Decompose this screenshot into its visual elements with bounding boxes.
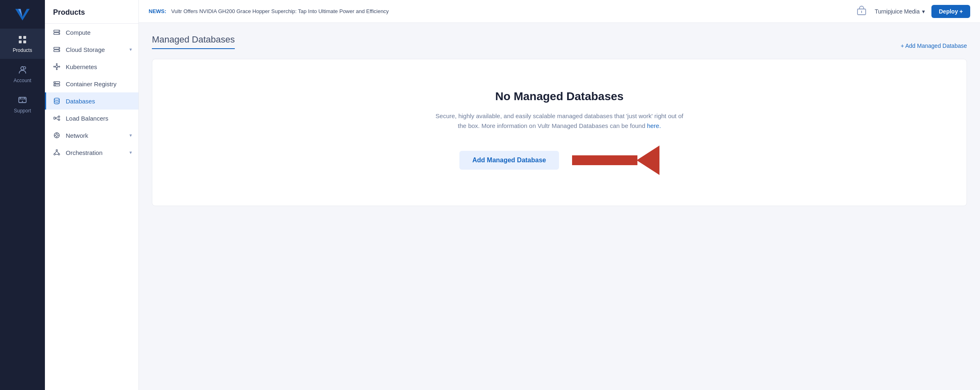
page-header: Managed Databases + Add Managed Database xyxy=(152,34,967,49)
load-balancers-icon xyxy=(53,114,61,122)
svg-rect-30 xyxy=(55,82,56,83)
vultr-logo xyxy=(13,5,31,23)
svg-point-39 xyxy=(56,134,58,136)
svg-rect-5 xyxy=(23,40,26,43)
promo-icon[interactable] xyxy=(855,5,868,18)
svg-point-19 xyxy=(56,65,58,67)
cloud-storage-chevron: ▾ xyxy=(129,47,132,52)
svg-rect-31 xyxy=(55,85,56,86)
nav-label-support: Support xyxy=(14,108,31,114)
svg-rect-35 xyxy=(58,119,60,121)
orchestration-chevron: ▾ xyxy=(129,150,132,155)
page-title-wrap: Managed Databases xyxy=(152,34,235,49)
network-icon xyxy=(53,131,61,139)
nav-label-account: Account xyxy=(13,78,31,83)
network-chevron: ▾ xyxy=(129,132,132,138)
svg-rect-3 xyxy=(23,36,26,39)
page-title: Managed Databases xyxy=(152,34,235,49)
sidebar-item-container-registry[interactable]: Container Registry xyxy=(45,75,138,92)
main-area: NEWS: Vultr Offers NVIDIA GH200 Grace Ho… xyxy=(139,0,980,390)
svg-marker-0 xyxy=(15,9,29,20)
svg-rect-4 xyxy=(19,40,22,43)
far-left-nav: Products ! Account Support xyxy=(0,0,45,390)
nav-item-products[interactable]: Products xyxy=(0,29,45,59)
compute-icon xyxy=(53,28,61,36)
sidebar-item-network[interactable]: Network ▾ xyxy=(45,127,138,144)
nav-item-account[interactable]: ! Account xyxy=(0,59,45,89)
svg-point-46 xyxy=(58,154,60,155)
content-area: Managed Databases + Add Managed Database… xyxy=(139,23,980,390)
sidebar-item-network-label: Network xyxy=(66,132,88,139)
sidebar-item-compute-label: Compute xyxy=(66,29,91,36)
arrow-head xyxy=(637,146,659,175)
svg-point-14 xyxy=(59,33,60,34)
nav-item-support[interactable]: Support xyxy=(0,89,45,119)
svg-point-21 xyxy=(56,69,58,70)
svg-rect-2 xyxy=(19,36,22,39)
svg-line-48 xyxy=(57,151,59,153)
kubernetes-icon xyxy=(53,63,61,71)
svg-line-36 xyxy=(55,117,58,118)
svg-point-32 xyxy=(54,98,60,100)
here-link[interactable]: here. xyxy=(647,122,661,129)
red-arrow xyxy=(572,146,659,175)
account-icon: ! xyxy=(17,65,28,75)
svg-rect-34 xyxy=(58,116,60,118)
cloud-storage-icon xyxy=(53,45,61,54)
svg-rect-33 xyxy=(54,117,56,119)
sidebar-item-cloud-storage[interactable]: Cloud Storage ▾ xyxy=(45,41,138,58)
empty-card: No Managed Databases Secure, highly avai… xyxy=(152,59,967,206)
arrow-body xyxy=(572,155,637,165)
nav-label-products: Products xyxy=(13,47,32,53)
sidebar-item-orchestration[interactable]: Orchestration ▾ xyxy=(45,144,138,161)
sidebar-item-load-balancers[interactable]: Load Balancers xyxy=(45,110,138,127)
sidebar-item-databases-label: Databases xyxy=(66,98,95,105)
svg-point-45 xyxy=(54,154,56,155)
sidebar-item-orchestration-label: Orchestration xyxy=(66,149,102,156)
svg-line-37 xyxy=(55,118,58,120)
orchestration-icon xyxy=(53,148,61,157)
account-chevron: ▾ xyxy=(922,8,925,15)
support-icon xyxy=(17,95,28,105)
sidebar-item-kubernetes-label: Kubernetes xyxy=(66,63,97,70)
sidebar-item-container-registry-label: Container Registry xyxy=(66,81,116,87)
svg-point-18 xyxy=(59,50,60,51)
sidebar-item-load-balancers-label: Load Balancers xyxy=(66,115,108,122)
databases-icon xyxy=(53,97,61,105)
second-sidebar: Products Compute Cloud Storage ▾ xyxy=(45,0,139,390)
sidebar-item-compute[interactable]: Compute xyxy=(45,24,138,41)
products-icon xyxy=(17,34,28,45)
account-name: Turnipjuice Media xyxy=(875,8,920,15)
add-managed-database-button[interactable]: Add Managed Database xyxy=(459,151,559,170)
add-db-btn-wrap: Add Managed Database xyxy=(459,146,659,175)
svg-point-13 xyxy=(59,31,60,31)
svg-point-23 xyxy=(59,66,60,67)
svg-point-17 xyxy=(59,48,60,49)
deploy-button[interactable]: Deploy + xyxy=(931,5,970,18)
svg-point-44 xyxy=(56,150,58,151)
empty-title: No Managed Databases xyxy=(495,90,624,103)
news-text: Vultr Offers NVIDIA GH200 Grace Hopper S… xyxy=(171,8,850,14)
svg-point-20 xyxy=(56,63,58,65)
svg-line-47 xyxy=(55,151,57,153)
svg-point-22 xyxy=(53,66,55,67)
empty-description: Secure, highly available, and easily sca… xyxy=(433,111,686,131)
news-label: NEWS: xyxy=(149,8,166,14)
container-registry-icon xyxy=(53,80,61,88)
sidebar-item-cloud-storage-label: Cloud Storage xyxy=(66,46,105,53)
top-bar-right: Turnipjuice Media ▾ Deploy + xyxy=(855,5,970,18)
logo-area[interactable] xyxy=(0,0,45,29)
top-bar: NEWS: Vultr Offers NVIDIA GH200 Grace Ho… xyxy=(139,0,980,23)
sidebar-item-databases[interactable]: Databases xyxy=(45,92,138,110)
sidebar-title: Products xyxy=(45,0,138,24)
sidebar-item-kubernetes[interactable]: Kubernetes xyxy=(45,58,138,75)
add-managed-database-header-link[interactable]: + Add Managed Database xyxy=(901,43,967,49)
svg-text:!: ! xyxy=(24,67,24,69)
account-selector[interactable]: Turnipjuice Media ▾ xyxy=(875,8,925,15)
svg-point-10 xyxy=(22,101,23,102)
